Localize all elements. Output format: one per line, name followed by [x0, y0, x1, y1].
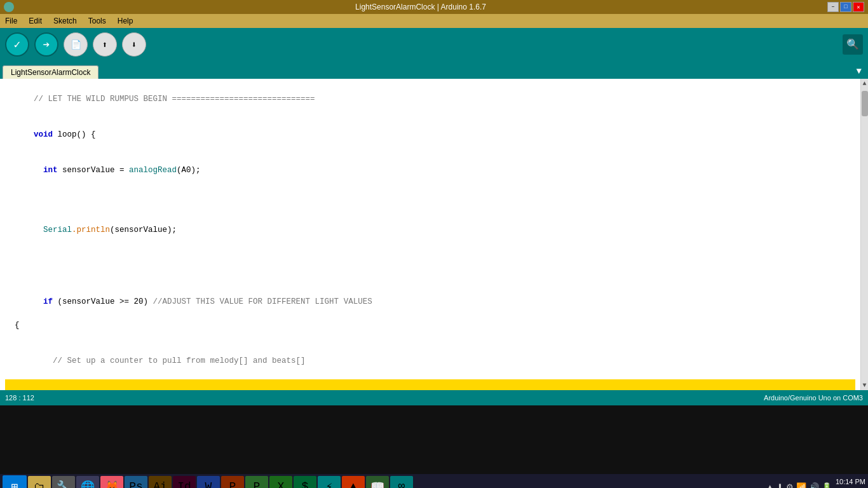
- menu-file[interactable]: File: [3, 15, 20, 27]
- clock-time: 10:14 PM: [834, 477, 865, 487]
- code-line-1: // LET THE WILD RUMPUS BEGIN ===========…: [5, 81, 855, 117]
- minimize-button[interactable]: –: [827, 2, 839, 12]
- code-line-14: for (int i=0; i<MAX_COUNT; i++) {: [5, 379, 855, 390]
- scroll-down-arrow[interactable]: ▼: [861, 381, 867, 390]
- menubar: File Edit Sketch Tools Help: [0, 14, 868, 28]
- code-line-10: if (sensorValue >= 20) //ADJUST THIS VAL…: [5, 284, 855, 320]
- taskbar-icon-indesign[interactable]: Id: [173, 476, 196, 488]
- tray-volume[interactable]: 🔊: [809, 482, 819, 489]
- verify-button[interactable]: ✓: [5, 32, 29, 57]
- titlebar: LightSensorAlarmClock | Arduino 1.6.7 – …: [0, 0, 868, 14]
- tray-icon1[interactable]: ⚙: [786, 482, 794, 489]
- scrollbar-thumb[interactable]: [862, 91, 868, 116]
- code-line-2: void loop() {: [5, 117, 855, 152]
- taskbar-icon-photoshop[interactable]: Ps: [125, 476, 147, 488]
- vertical-scrollbar[interactable]: ▲ ▼: [860, 79, 868, 390]
- open-button[interactable]: ⬆: [93, 32, 117, 57]
- tray-battery[interactable]: 🔋: [822, 482, 832, 489]
- code-editor[interactable]: // LET THE WILD RUMPUS BEGIN ===========…: [0, 79, 868, 390]
- taskbar: ⊞ 🗂 🔧 🌐 🦊 Ps Ai Id W P P X $ ⚡ ▲ 📖 ∞ ▲ ⬇…: [0, 474, 868, 488]
- code-line-3: int sensorValue = analogRead(A0);: [5, 153, 855, 189]
- taskbar-icon-files[interactable]: 🗂: [28, 476, 51, 488]
- start-button[interactable]: ⊞: [3, 475, 27, 488]
- taskbar-icon-sketchup[interactable]: ▲: [342, 476, 365, 488]
- taskbar-icon-word[interactable]: W: [197, 476, 220, 488]
- code-line-9: [5, 272, 855, 284]
- code-content[interactable]: // LET THE WILD RUMPUS BEGIN ===========…: [0, 79, 860, 390]
- scroll-up-arrow[interactable]: ▲: [861, 79, 867, 88]
- taskbar-clock: 10:14 PM 2/15/2016: [834, 477, 865, 488]
- menu-edit[interactable]: Edit: [26, 15, 44, 27]
- taskbar-icon-recycle[interactable]: 🔧: [52, 476, 75, 488]
- code-line-8: [5, 260, 855, 272]
- tab-lightsensoralarmclock[interactable]: LightSensorAlarmClock: [3, 65, 98, 79]
- titlebar-icon: [4, 2, 14, 12]
- taskbar-icon-quickbooks[interactable]: $: [294, 476, 316, 488]
- status-bar: 128 : 112 Arduino/Genuino Uno on COM3: [0, 390, 868, 405]
- code-line-11: {: [5, 320, 855, 332]
- taskbar-icon-powerpoint[interactable]: P: [221, 476, 244, 488]
- code-line-13: // Set up a counter to pull from melody[…: [5, 344, 855, 379]
- taskbar-icon-publisher[interactable]: P: [245, 476, 268, 488]
- taskbar-icon-arduino[interactable]: ⚡: [318, 476, 341, 488]
- tray-network[interactable]: 📶: [796, 482, 806, 489]
- menu-help[interactable]: Help: [115, 15, 136, 27]
- taskbar-icon-excel[interactable]: X: [269, 476, 292, 488]
- code-line-4: [5, 189, 855, 201]
- taskbar-icon-arduino2[interactable]: ∞: [390, 476, 413, 488]
- taskbar-icon-network[interactable]: 🌐: [76, 476, 99, 488]
- code-line-5: [5, 201, 855, 213]
- code-line-7: [5, 248, 855, 261]
- titlebar-title: LightSensorAlarmClock | Arduino 1.6.7: [14, 3, 827, 11]
- taskbar-icon-illustrator[interactable]: Ai: [149, 476, 172, 488]
- desktop-area: [0, 405, 868, 474]
- code-line-6: Serial.println(sensorValue);: [5, 212, 855, 248]
- tab-dropdown-arrow[interactable]: ▼: [853, 64, 865, 79]
- toolbar: ✓ ➔ 📄 ⬆ ⬇ 🔍: [0, 28, 868, 61]
- cursor-position: 128 : 112: [5, 394, 34, 402]
- board-info: Arduino/Genuino Uno on COM3: [764, 394, 863, 402]
- save-button[interactable]: ⬇: [122, 32, 146, 57]
- search-button[interactable]: 🔍: [843, 34, 863, 55]
- window-controls: – □ ✕: [827, 2, 864, 12]
- tray-update[interactable]: ⬇: [776, 482, 783, 489]
- tabbar: LightSensorAlarmClock ▼: [0, 61, 868, 79]
- system-tray: ▲ ⬇ ⚙ 📶 🔊 🔋 10:14 PM 2/15/2016: [766, 477, 865, 488]
- upload-button[interactable]: ➔: [34, 32, 58, 57]
- close-button[interactable]: ✕: [853, 2, 864, 12]
- menu-sketch[interactable]: Sketch: [51, 15, 79, 27]
- maximize-button[interactable]: □: [840, 2, 851, 12]
- code-line-12: [5, 332, 855, 344]
- taskbar-icon-readdle[interactable]: 📖: [366, 476, 389, 488]
- tray-arrow[interactable]: ▲: [766, 482, 774, 489]
- taskbar-icon-firefox[interactable]: 🦊: [100, 476, 123, 488]
- menu-tools[interactable]: Tools: [86, 15, 109, 27]
- new-button[interactable]: 📄: [64, 32, 88, 57]
